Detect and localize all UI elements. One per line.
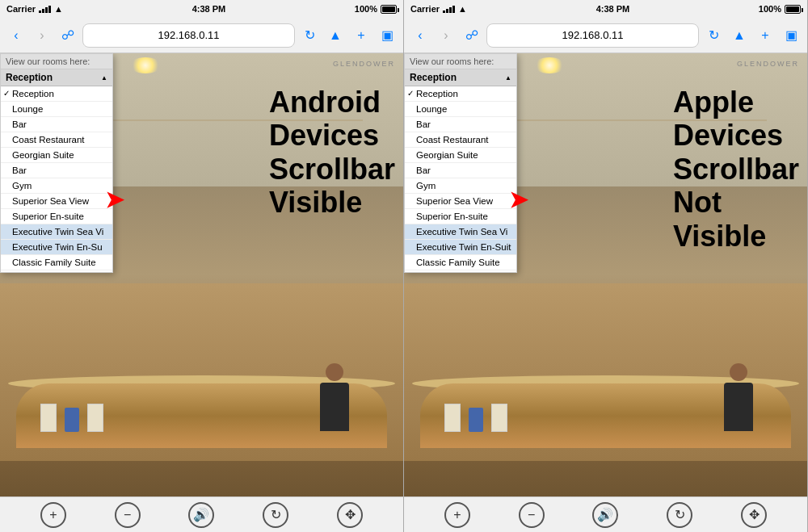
person-silhouette-apple xyxy=(718,363,759,444)
person-silhouette xyxy=(314,363,355,444)
list-item[interactable]: Bar xyxy=(1,163,112,178)
list-item[interactable]: Classic Family Suite E xyxy=(1,270,112,272)
list-item[interactable]: Reception xyxy=(1,86,112,102)
selected-label: Reception xyxy=(6,72,53,83)
dropdown-android[interactable]: View our rooms here: Reception ▲ Recepti… xyxy=(0,53,113,273)
list-item[interactable]: Bar xyxy=(405,117,516,132)
battery-icon xyxy=(381,5,397,14)
dropdown-arrow-icon: ▲ xyxy=(101,74,107,82)
list-item[interactable]: Executive Twin En-Suit xyxy=(405,240,516,255)
brochure-1 xyxy=(40,404,57,432)
status-bar-android: Carrier ▲ 4:38 PM 100% xyxy=(0,0,403,18)
zoom-out-button[interactable]: − xyxy=(115,502,141,528)
brochure-apple-1 xyxy=(444,404,461,432)
webpage-android: GLENDOWER View our rooms here: Reception… xyxy=(0,53,403,496)
list-item[interactable]: Superior En-suite xyxy=(405,209,516,224)
glendower-logo-apple: GLENDOWER xyxy=(737,60,799,68)
list-item[interactable]: Coast Restaurant xyxy=(405,132,516,148)
red-arrow-apple: ➤ xyxy=(509,186,528,213)
list-item[interactable]: Superior Sea View xyxy=(405,194,516,209)
bookmarks-button[interactable]: ☍ xyxy=(57,24,79,47)
forward-button-apple[interactable]: › xyxy=(435,24,457,47)
list-item[interactable]: Executive Twin En-Su xyxy=(1,240,112,255)
dropdown-arrow-icon-apple: ▲ xyxy=(505,74,511,82)
reload-button[interactable]: ↻ xyxy=(298,24,321,47)
person-body-apple xyxy=(724,383,753,431)
list-item[interactable]: Classic Family Suite xyxy=(1,255,112,270)
list-item[interactable]: Executive Twin Sea Vi xyxy=(1,224,112,240)
battery-percent-apple: 100% xyxy=(759,4,781,14)
dropdown-header: View our rooms here: xyxy=(1,54,112,69)
url-bar[interactable]: 192.168.0.11 xyxy=(82,23,295,48)
ceiling-light-2 xyxy=(129,57,162,73)
share-button-apple[interactable]: ▲ xyxy=(728,24,751,47)
ceiling-light-apple-2 xyxy=(533,57,566,73)
carrier-label: Carrier xyxy=(6,4,36,14)
red-arrow-android: ➤ xyxy=(105,186,124,213)
list-item[interactable]: Executive Twin Sea Vi xyxy=(405,224,516,240)
bottom-toolbar-android: + − 🔊 ↻ ✥ xyxy=(0,496,403,532)
list-item[interactable]: Georgian Suite xyxy=(1,148,112,163)
signal-icon-apple xyxy=(443,5,455,13)
tabs-button[interactable]: ▣ xyxy=(376,24,398,47)
time-label-apple: 4:38 PM xyxy=(596,4,630,14)
wifi-icon: ▲ xyxy=(54,4,63,14)
list-item[interactable]: Superior Sea View xyxy=(1,194,112,209)
refresh-button[interactable]: ↻ xyxy=(263,502,288,528)
reload-button-apple[interactable]: ↻ xyxy=(702,24,725,47)
list-item[interactable]: Gym xyxy=(1,178,112,194)
selected-label-apple: Reception xyxy=(410,72,457,83)
list-item[interactable]: Reception xyxy=(405,86,516,102)
fullscreen-button[interactable]: ✥ xyxy=(337,502,363,528)
forward-button[interactable]: › xyxy=(31,24,53,47)
container-apple-1 xyxy=(469,408,483,432)
browser-toolbar-android: ‹ › ☍ 192.168.0.11 ↻ ▲ + ▣ xyxy=(0,18,403,53)
fullscreen-button-apple[interactable]: ✥ xyxy=(741,502,767,528)
zoom-out-button-apple[interactable]: − xyxy=(519,502,545,528)
glendower-logo: GLENDOWER xyxy=(333,60,395,68)
back-button-apple[interactable]: ‹ xyxy=(409,24,431,47)
list-item[interactable]: Gym xyxy=(405,178,516,194)
refresh-button-apple[interactable]: ↻ xyxy=(667,502,692,528)
new-tab-button-apple[interactable]: + xyxy=(754,24,776,47)
android-panel: Carrier ▲ 4:38 PM 100% ‹ › ☍ 192.168.0.1… xyxy=(0,0,404,532)
wifi-icon-apple: ▲ xyxy=(458,4,467,14)
dropdown-selected[interactable]: Reception ▲ xyxy=(1,69,112,86)
list-item[interactable]: Bar xyxy=(1,117,112,132)
back-button[interactable]: ‹ xyxy=(5,24,27,47)
audio-button-apple[interactable]: 🔊 xyxy=(592,502,618,528)
carrier-label-apple: Carrier xyxy=(410,4,440,14)
status-bar-apple: Carrier ▲ 4:38 PM 100% xyxy=(404,0,807,18)
zoom-in-button[interactable]: + xyxy=(40,502,66,528)
share-button[interactable]: ▲ xyxy=(324,24,347,47)
list-item[interactable]: Superior En-suite xyxy=(1,209,112,224)
list-item[interactable]: Georgian Suite xyxy=(405,148,516,163)
apple-panel: Carrier ▲ 4:38 PM 100% ‹ › ☍ 192.168.0.1… xyxy=(404,0,808,532)
dropdown-apple[interactable]: View our rooms here: Reception ▲ Recepti… xyxy=(404,53,517,273)
battery-percent: 100% xyxy=(355,4,377,14)
zoom-in-button-apple[interactable]: + xyxy=(444,502,470,528)
brochure-2 xyxy=(87,404,103,432)
list-item[interactable]: Coast Restaurant xyxy=(1,132,112,148)
tabs-button-apple[interactable]: ▣ xyxy=(780,24,802,47)
list-item[interactable]: Classic Family Suite E xyxy=(405,270,516,272)
battery-icon-apple xyxy=(785,5,801,14)
new-tab-button[interactable]: + xyxy=(350,24,372,47)
person-body xyxy=(320,383,349,431)
dropdown-list-apple[interactable]: Reception Lounge Bar Coast Restaurant Ge… xyxy=(405,86,516,272)
dropdown-selected-apple[interactable]: Reception ▲ xyxy=(405,69,516,86)
audio-button[interactable]: 🔊 xyxy=(188,502,214,528)
signal-icon xyxy=(39,5,51,13)
url-bar-apple[interactable]: 192.168.0.11 xyxy=(486,23,699,48)
url-text: 192.168.0.11 xyxy=(158,29,220,41)
list-item[interactable]: Classic Family Suite xyxy=(405,255,516,270)
webpage-apple: GLENDOWER View our rooms here: Reception… xyxy=(404,53,807,496)
bookmarks-button-apple[interactable]: ☍ xyxy=(461,24,483,47)
bottom-toolbar-apple: + − 🔊 ↻ ✥ xyxy=(404,496,807,532)
brochure-apple-2 xyxy=(491,404,507,432)
dropdown-list-android[interactable]: Reception Lounge Bar Coast Restaurant Ge… xyxy=(1,86,112,272)
list-item[interactable]: Lounge xyxy=(405,102,516,117)
list-item[interactable]: Bar xyxy=(405,163,516,178)
person-head-apple xyxy=(730,363,747,381)
list-item[interactable]: Lounge xyxy=(1,102,112,117)
